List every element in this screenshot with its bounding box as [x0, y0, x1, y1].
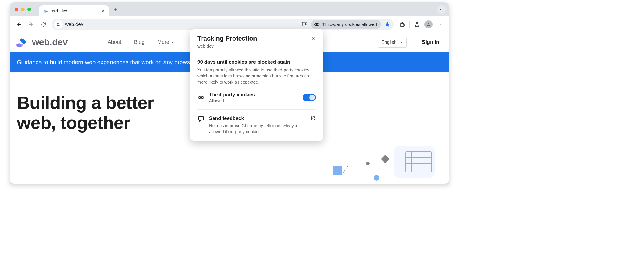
sign-in-label: Sign in: [422, 39, 439, 45]
kebab-icon: [438, 22, 443, 27]
back-button[interactable]: [13, 19, 24, 30]
site-logo-text: web.dev: [32, 37, 68, 48]
minimize-window-button[interactable]: [21, 8, 25, 11]
nav-about[interactable]: About: [108, 39, 121, 45]
forward-button[interactable]: [26, 19, 37, 30]
plus-icon: [113, 7, 118, 12]
banner-text: Guidance to build modern web experiences…: [17, 59, 196, 66]
profile-button[interactable]: [423, 19, 434, 30]
install-app-button[interactable]: [300, 20, 309, 29]
eye-icon: [197, 94, 204, 101]
caret-down-icon: [171, 41, 175, 44]
close-icon: [101, 9, 105, 13]
puzzle-icon: [399, 21, 405, 27]
person-icon: [426, 22, 431, 27]
bookmark-button[interactable]: [383, 20, 392, 29]
star-filled-icon: [384, 21, 391, 28]
svg-point-19: [201, 119, 201, 120]
decorative-graphic: [319, 137, 440, 184]
cookies-row-status: Allowed: [209, 98, 298, 103]
svg-point-5: [316, 24, 318, 25]
nav-label: More: [157, 39, 169, 45]
tune-icon: [56, 22, 61, 27]
tab-search-button[interactable]: [437, 5, 446, 14]
browser-tab[interactable]: web.dev: [39, 5, 109, 16]
toolbar-right: [397, 19, 446, 30]
svg-point-7: [440, 22, 441, 23]
maximize-window-button[interactable]: [27, 8, 31, 11]
sign-in-link[interactable]: Sign in: [422, 39, 439, 45]
popover-close-button[interactable]: [310, 35, 317, 42]
close-tab-button[interactable]: [101, 9, 105, 13]
chevron-down-icon: [439, 8, 443, 12]
labs-button[interactable]: [411, 19, 422, 30]
svg-point-2: [57, 23, 58, 24]
webdev-logo-icon: [16, 37, 28, 48]
feedback-icon: [197, 115, 204, 122]
nav-blog[interactable]: Blog: [134, 39, 145, 45]
nav-label: Blog: [134, 39, 145, 45]
cookies-row-title: Third-party cookies: [209, 92, 298, 98]
url-text: web.dev: [65, 21, 83, 27]
avatar: [424, 20, 433, 28]
svg-point-18: [200, 97, 202, 98]
extensions-button[interactable]: [397, 19, 408, 30]
tab-title: web.dev: [52, 8, 98, 13]
feedback-text: Help us improve Chrome by telling us why…: [209, 122, 305, 135]
tracking-protection-popover: Tracking Protection web.dev 90 days unti…: [190, 29, 323, 141]
reload-button[interactable]: [38, 19, 49, 30]
language-select[interactable]: English: [378, 37, 407, 48]
svg-point-15: [366, 162, 370, 165]
svg-point-8: [440, 24, 441, 25]
nav-more[interactable]: More: [157, 39, 175, 45]
site-info-button[interactable]: [54, 20, 63, 29]
popover-title: Tracking Protection: [197, 35, 257, 42]
install-icon: [301, 21, 308, 28]
svg-point-6: [428, 23, 429, 24]
feedback-title: Send feedback: [209, 115, 305, 121]
reload-icon: [41, 22, 46, 27]
countdown-text: You temporarily allowed this site to use…: [197, 67, 316, 85]
arrow-left-icon: [16, 21, 22, 27]
popover-host: web.dev: [197, 44, 257, 48]
cookies-chip-label: Third-party cookies allowed: [322, 22, 377, 27]
cookies-status-chip[interactable]: Third-party cookies allowed: [311, 20, 381, 29]
site-nav: About Blog More: [108, 39, 175, 45]
arrow-right-icon: [28, 21, 34, 27]
cookies-toggle[interactable]: [303, 94, 316, 101]
separator: [409, 21, 410, 28]
nav-label: About: [108, 39, 121, 45]
eye-icon: [314, 21, 320, 27]
window-controls: [15, 8, 31, 11]
svg-rect-10: [19, 38, 26, 44]
webdev-favicon-icon: [43, 8, 49, 14]
svg-point-9: [440, 26, 441, 26]
close-icon: [311, 36, 316, 41]
svg-rect-12: [16, 44, 23, 47]
language-label: English: [382, 40, 397, 45]
countdown-title: 90 days until cookies are blocked again: [197, 59, 316, 65]
chrome-menu-button[interactable]: [435, 19, 446, 30]
tab-strip: web.dev: [10, 2, 449, 16]
close-window-button[interactable]: [15, 8, 18, 11]
browser-window: web.dev: [10, 2, 449, 184]
url-actions: Third-party cookies allowed: [300, 20, 392, 29]
svg-point-17: [374, 175, 379, 181]
third-party-cookies-row: Third-party cookies Allowed: [197, 92, 316, 103]
svg-point-3: [58, 25, 60, 26]
svg-rect-16: [333, 166, 342, 175]
send-feedback-row[interactable]: Send feedback Help us improve Chrome by …: [190, 110, 323, 135]
flask-icon: [414, 21, 420, 27]
new-tab-button[interactable]: [111, 5, 120, 14]
site-logo[interactable]: web.dev: [16, 37, 68, 48]
address-bar[interactable]: web.dev Third-party cookies allowed: [52, 19, 394, 30]
open-external-icon: [310, 115, 316, 121]
caret-down-icon: [400, 41, 403, 44]
